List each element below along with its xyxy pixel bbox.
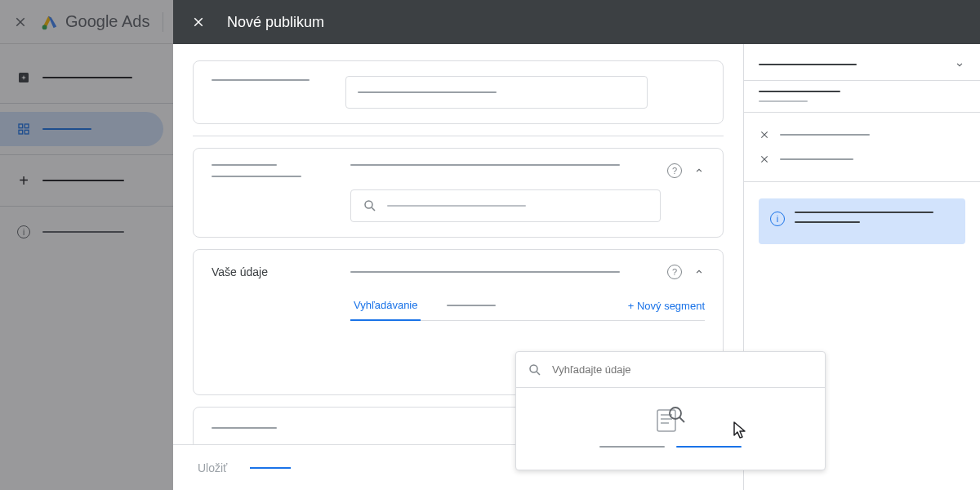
search-icon (528, 363, 542, 377)
item-text-placeholder (780, 134, 870, 136)
section-title: Vaše údaje (212, 265, 326, 278)
chevron-down-icon[interactable] (954, 59, 965, 70)
summary-item-2 (759, 147, 965, 172)
empty-text-placeholder (599, 446, 665, 448)
tab-2[interactable] (443, 296, 499, 316)
card-name (193, 60, 724, 124)
tabs: Vyhľadávanie + Nový segment (350, 291, 705, 321)
label-placeholder (212, 176, 301, 177)
help-icon[interactable]: ? (667, 163, 682, 178)
divider (193, 136, 724, 136)
svg-line-13 (679, 417, 684, 422)
summary-item-1 (759, 122, 965, 147)
info-text-placeholder (795, 212, 933, 213)
description-placeholder (350, 164, 620, 166)
svg-rect-8 (657, 410, 675, 431)
dropdown-search-input[interactable] (516, 352, 825, 388)
modal-header: Nové publikum (173, 0, 980, 44)
svg-point-7 (530, 365, 537, 372)
empty-link-placeholder[interactable] (676, 446, 742, 448)
chevron-up-icon[interactable] (693, 266, 705, 278)
search-icon (363, 198, 377, 213)
chevron-up-icon[interactable] (693, 165, 705, 176)
cursor-icon (731, 421, 751, 440)
new-segment-link[interactable]: + Nový segment (628, 292, 705, 320)
search-field[interactable] (552, 363, 813, 376)
no-data-icon (654, 405, 687, 434)
close-icon[interactable] (759, 154, 770, 165)
search-dropdown (515, 351, 826, 470)
audience-name-input[interactable] (345, 76, 648, 109)
cancel-button-placeholder[interactable] (250, 467, 291, 469)
divider (744, 112, 980, 113)
label-placeholder (212, 79, 310, 81)
close-icon[interactable] (759, 129, 770, 140)
item-text-placeholder (780, 158, 853, 160)
description-placeholder (350, 271, 620, 273)
text-placeholder (759, 91, 840, 92)
text-placeholder (759, 100, 808, 102)
divider (744, 80, 980, 81)
info-icon: i (770, 212, 785, 226)
divider (744, 181, 980, 182)
save-button[interactable]: Uložiť (198, 461, 227, 474)
modal-title: Nové publikum (227, 14, 324, 31)
label-placeholder (212, 164, 277, 166)
card-segment-1: ? (193, 148, 724, 238)
search-input[interactable] (350, 189, 661, 222)
audience-modal: Nové publikum (173, 0, 980, 490)
svg-point-6 (365, 201, 372, 208)
search-placeholder (387, 205, 526, 207)
info-text-placeholder (795, 221, 860, 223)
info-box: i (759, 198, 965, 244)
close-icon[interactable] (191, 15, 206, 29)
label-placeholder (212, 427, 277, 429)
summary-header (759, 59, 965, 70)
input-value-placeholder (358, 91, 497, 93)
help-icon[interactable]: ? (667, 265, 682, 279)
heading-placeholder (759, 64, 857, 65)
dropdown-empty-state (516, 388, 825, 470)
tab-label-placeholder (447, 305, 496, 306)
tab-search[interactable]: Vyhľadávanie (350, 291, 421, 321)
